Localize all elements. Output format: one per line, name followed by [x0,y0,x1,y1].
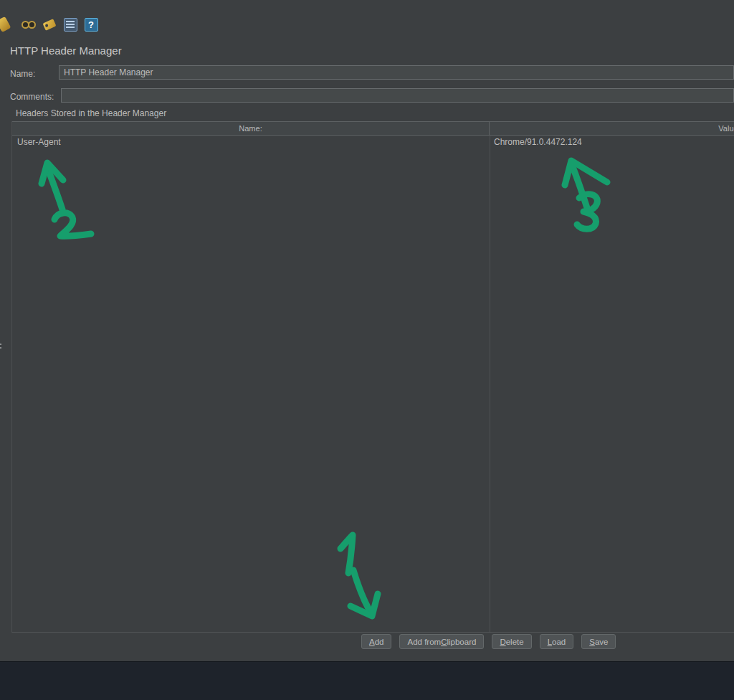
name-label: Name: [10,69,35,79]
function-helper-icon[interactable] [62,16,78,32]
add-button[interactable]: Add [361,634,391,649]
splitter-grip[interactable] [0,342,4,356]
binoculars-glyph [22,21,36,29]
button-bar: Add Add from Clipboard Delete Load Save [361,634,616,649]
toolbar: ? [0,16,99,33]
table-row[interactable]: User-Agent Chrome/91.0.4472.124 [12,136,734,148]
save-button[interactable]: Save [581,634,616,649]
headers-group-title: Headers Stored in the Header Manager [16,108,166,118]
brush-icon [0,16,11,32]
toolbar-partial-icon[interactable] [0,16,16,32]
column-header-name[interactable]: Name: [12,122,490,135]
delete-button[interactable]: Delete [492,634,531,649]
header-value-cell[interactable]: Chrome/91.0.4472.124 [490,137,582,147]
add-from-clipboard-button[interactable]: Add from Clipboard [399,634,484,649]
comments-input[interactable] [61,88,734,103]
table-header-row: Name: Value [12,121,734,136]
column-divider [490,136,490,632]
name-input[interactable] [59,65,734,80]
page-title: HTTP Header Manager [10,44,122,57]
headers-table: Name: Value User-Agent Chrome/91.0.4472.… [11,121,734,633]
search-binoculars-icon[interactable] [21,16,37,32]
tag-glyph [42,19,56,31]
column-header-value[interactable]: Value [490,122,734,135]
list-glyph [64,18,77,32]
comments-label: Comments: [10,92,54,102]
help-icon[interactable]: ? [83,16,99,32]
question-glyph: ? [85,18,98,32]
clear-broom-icon[interactable] [42,16,57,32]
header-name-cell[interactable]: User-Agent [12,137,490,147]
taskbar: Search [0,661,734,700]
load-button[interactable]: Load [540,634,574,649]
